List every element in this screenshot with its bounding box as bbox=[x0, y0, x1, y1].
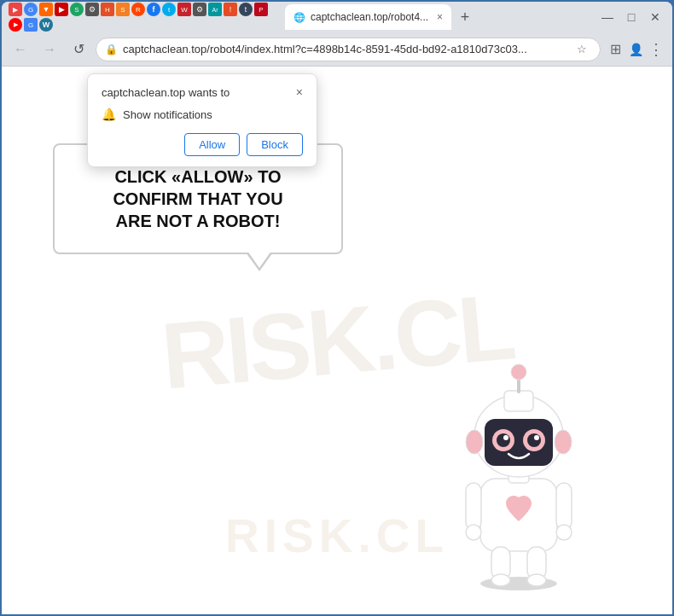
lock-icon: 🔒 bbox=[105, 44, 118, 55]
favicon-15[interactable]: ! bbox=[224, 3, 237, 16]
nav-bar: ← → ↺ 🔒 captchaclean.top/robot4/index.ht… bbox=[2, 32, 672, 67]
address-actions: ☆ bbox=[572, 40, 591, 59]
svg-point-12 bbox=[466, 430, 483, 454]
nav-actions: ⊞ 👤 ⋮ bbox=[606, 40, 665, 59]
favicon-10[interactable]: f bbox=[147, 3, 160, 16]
svg-point-13 bbox=[555, 430, 572, 454]
svg-point-5 bbox=[556, 525, 572, 540]
svg-rect-2 bbox=[466, 483, 481, 530]
notification-popup: captchaclean.top wants to × 🔔 Show notif… bbox=[87, 73, 317, 167]
back-button[interactable]: ← bbox=[9, 38, 32, 61]
close-button[interactable]: ✕ bbox=[645, 7, 665, 27]
favicon-16[interactable]: t bbox=[239, 3, 253, 16]
favicon-4[interactable]: ▶ bbox=[55, 3, 68, 16]
maximize-button[interactable]: □ bbox=[621, 7, 642, 27]
browser-window: ▶ G ▼ ▶ S ⚙ H S R f t W ⚙ Ar ! t P ▶ G W… bbox=[2, 2, 672, 614]
svg-point-7 bbox=[491, 574, 510, 586]
permission-text: Show notifications bbox=[123, 108, 212, 121]
bookmark-button[interactable]: ☆ bbox=[572, 40, 591, 59]
svg-point-9 bbox=[527, 574, 546, 586]
block-button[interactable]: Block bbox=[247, 133, 303, 156]
svg-point-17 bbox=[503, 435, 508, 440]
popup-close-button[interactable]: × bbox=[296, 86, 303, 98]
favicon-14[interactable]: Ar bbox=[208, 3, 222, 16]
favicon-19[interactable]: G bbox=[24, 18, 38, 32]
tab-favicons: ▶ G ▼ ▶ S ⚙ H S R f t W ⚙ Ar ! t P ▶ G W bbox=[9, 3, 282, 32]
favicon-5[interactable]: S bbox=[70, 3, 84, 16]
profile-button[interactable]: 👤 bbox=[626, 40, 645, 59]
svg-point-3 bbox=[466, 525, 481, 540]
popup-title: captchaclean.top wants to bbox=[102, 86, 230, 99]
window-controls: — □ ✕ bbox=[597, 7, 665, 27]
svg-point-19 bbox=[527, 433, 541, 447]
favicon-7[interactable]: H bbox=[101, 3, 114, 16]
favicon-18[interactable]: ▶ bbox=[9, 18, 22, 32]
robot-container bbox=[433, 355, 604, 597]
favicon-20[interactable]: W bbox=[39, 18, 53, 32]
extensions-button[interactable]: ⊞ bbox=[606, 40, 625, 59]
title-bar: ▶ G ▼ ▶ S ⚙ H S R f t W ⚙ Ar ! t P ▶ G W… bbox=[2, 2, 672, 32]
robot-illustration bbox=[433, 355, 604, 594]
svg-point-20 bbox=[534, 435, 539, 440]
bell-icon: 🔔 bbox=[102, 108, 116, 121]
popup-header: captchaclean.top wants to × bbox=[102, 86, 303, 99]
favicon-13[interactable]: ⚙ bbox=[193, 3, 206, 16]
favicon-2[interactable]: G bbox=[24, 3, 38, 16]
svg-rect-21 bbox=[504, 391, 533, 411]
allow-button[interactable]: Allow bbox=[184, 133, 240, 156]
address-bar[interactable]: 🔒 captchaclean.top/robot4/index.html?c=4… bbox=[96, 38, 601, 61]
tab-label: captchaclean.top/robot4... bbox=[311, 11, 428, 23]
favicon-11[interactable]: t bbox=[162, 3, 176, 16]
popup-permission-row: 🔔 Show notifications bbox=[102, 108, 303, 121]
favicon-1[interactable]: ▶ bbox=[9, 3, 22, 16]
new-tab-button[interactable]: + bbox=[455, 7, 475, 27]
favicon-17[interactable]: P bbox=[254, 3, 268, 16]
url-text: captchaclean.top/robot4/index.html?c=489… bbox=[123, 43, 567, 55]
reload-button[interactable]: ↺ bbox=[67, 38, 90, 61]
menu-button[interactable]: ⋮ bbox=[647, 40, 665, 59]
popup-buttons: Allow Block bbox=[102, 133, 303, 156]
svg-point-16 bbox=[497, 433, 510, 447]
forward-button[interactable]: → bbox=[38, 38, 61, 61]
favicon-8[interactable]: S bbox=[116, 3, 130, 16]
active-tab[interactable]: 🌐 captchaclean.top/robot4... × bbox=[285, 4, 451, 30]
tab-favicon: 🌐 bbox=[293, 12, 305, 23]
minimize-button[interactable]: — bbox=[597, 7, 618, 27]
svg-rect-4 bbox=[556, 483, 572, 530]
favicon-12[interactable]: W bbox=[177, 3, 191, 16]
favicon-9[interactable]: R bbox=[131, 3, 145, 16]
bubble-text: CLICK «ALLOW» TO CONFIRM THAT YOU ARE NO… bbox=[80, 166, 316, 232]
favicon-3[interactable]: ▼ bbox=[39, 3, 53, 16]
page-content: RISK.CL RISK.CL captchaclean.top wants t… bbox=[2, 67, 672, 614]
svg-point-23 bbox=[511, 364, 526, 380]
favicon-6[interactable]: ⚙ bbox=[85, 3, 99, 16]
tab-close-button[interactable]: × bbox=[437, 11, 443, 23]
